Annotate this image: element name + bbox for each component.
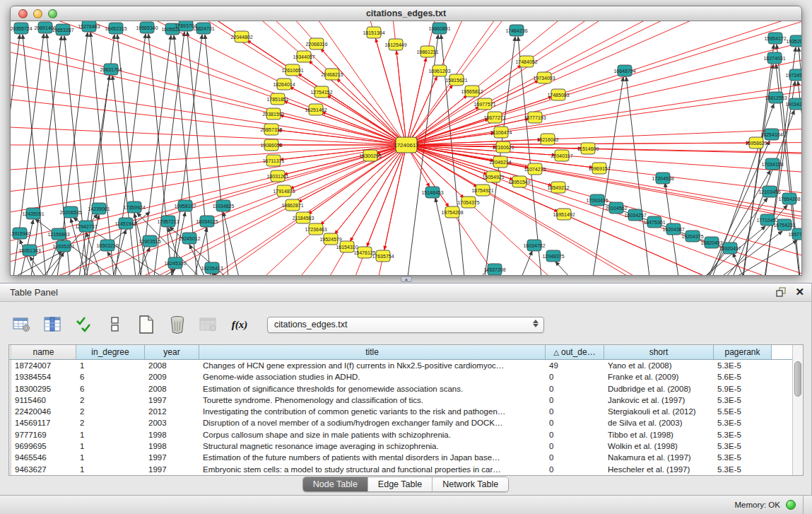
graph-node[interactable]: 21106474 <box>490 127 512 138</box>
minimize-window-button[interactable] <box>33 9 42 18</box>
column-header-in_degree[interactable]: in_degree <box>76 345 145 359</box>
graph-node[interactable]: 18951549 <box>508 176 530 187</box>
graph-node[interactable]: 16251402 <box>305 104 326 115</box>
close-panel-icon[interactable]: ✕ <box>795 286 804 298</box>
graph-node[interactable]: 20631704 <box>100 64 122 75</box>
column-header-out_de[interactable]: △out_de… <box>546 345 604 359</box>
memory-ok-indicator[interactable] <box>786 500 796 510</box>
graph-node[interactable]: 22044802 <box>230 31 252 42</box>
table-row[interactable]: 969969511998Structural magnetic resonanc… <box>9 440 803 452</box>
table-row[interactable]: 1872400712008Changes of HCN gene express… <box>9 360 803 371</box>
graph-node[interactable]: 13915940 <box>11 228 31 239</box>
graph-node[interactable]: 11034825 <box>213 200 235 211</box>
graph-node[interactable]: 12048375 <box>542 250 564 262</box>
float-panel-icon[interactable] <box>776 287 787 297</box>
graph-node[interactable]: 19352034 <box>786 35 802 47</box>
graph-node[interactable]: 16034125 <box>196 216 218 227</box>
graph-node[interactable]: 17485083 <box>547 89 569 100</box>
graph-node[interactable]: 17851851 <box>266 93 288 105</box>
window-titlebar[interactable]: citations_edges.txt <box>10 6 802 21</box>
graph-node[interactable]: 18151304 <box>363 27 384 38</box>
graph-node[interactable]: 19086053 <box>260 139 282 151</box>
graph-node[interactable]: 17054375 <box>457 197 479 208</box>
graph-node[interactable]: 15815621 <box>445 74 467 86</box>
graph-node[interactable]: 11514609 <box>577 143 599 154</box>
graph-node[interactable]: 17484052 <box>515 56 537 67</box>
graph-node[interactable]: 16125449 <box>384 39 406 50</box>
graph-node[interactable]: 19565812 <box>461 86 483 97</box>
graph-node[interactable]: 18245310 <box>164 257 186 269</box>
graph-node[interactable]: 13216042 <box>536 134 558 145</box>
create-column-icon[interactable] <box>136 314 157 335</box>
graph-node[interactable]: 11074275 <box>524 163 546 175</box>
graph-node[interactable]: 19734562 <box>785 69 802 81</box>
graph-node[interactable]: 22040317 <box>551 150 572 161</box>
table-row[interactable]: 911546021997Tourette syndrome. Phenomeno… <box>9 395 803 406</box>
table-row[interactable]: 977716911998Corpus callosum shape and si… <box>9 429 803 440</box>
tab-edge-table[interactable]: Edge Table <box>368 477 433 491</box>
graph-node[interactable]: 20381591 <box>262 108 284 119</box>
graph-node[interactable]: 15958623 <box>745 137 767 148</box>
graph-node[interactable]: 17914875 <box>273 185 295 197</box>
column-header-year[interactable]: year <box>145 345 199 359</box>
column-header-title[interactable]: title <box>199 345 546 359</box>
graph-node[interactable]: 18452315 <box>105 23 126 34</box>
graph-node[interactable]: 19344057 <box>293 51 314 62</box>
unselect-all-columns-icon[interactable] <box>105 314 126 335</box>
graph-node[interactable]: 15954172 <box>764 33 786 44</box>
tab-network-table[interactable]: Network Table <box>433 477 508 491</box>
graph-node[interactable]: 12942737 <box>75 221 97 232</box>
table-row[interactable]: 946554611997Estimation of the future num… <box>9 452 803 463</box>
graph-node[interactable]: 17236463 <box>305 223 326 235</box>
delete-column-icon[interactable] <box>167 314 188 335</box>
show-columns-icon[interactable] <box>42 314 64 335</box>
column-header-short[interactable]: short <box>604 345 714 359</box>
table-row[interactable]: 1456911722003Disruption of a novel membe… <box>9 417 803 428</box>
graph-node[interactable]: 15276483 <box>78 21 100 32</box>
graph-node[interactable]: 18754921 <box>471 185 493 196</box>
graph-node[interactable]: 10958107 <box>174 200 196 211</box>
graph-node[interactable]: 16951492 <box>553 209 575 220</box>
graph-node[interactable]: 11451942 <box>115 218 137 229</box>
graph-node[interactable]: 18031261 <box>266 170 288 182</box>
network-canvas[interactable]: 2206831619344057126106511826401417851851… <box>10 21 802 276</box>
graph-node[interactable]: 16961203 <box>428 65 450 76</box>
graph-node[interactable]: 16034782 <box>523 240 545 251</box>
graph-node[interactable]: 17034158 <box>761 158 783 170</box>
graph-node[interactable]: 15148453 <box>421 187 443 198</box>
table-row[interactable]: 1830029562008Estimation of significance … <box>9 383 803 395</box>
graph-node[interactable]: 17484236 <box>505 25 527 36</box>
graph-node[interactable]: 21184583 <box>293 212 314 223</box>
graph-node[interactable]: 19524579 <box>319 233 341 245</box>
tab-node-table[interactable]: Node Table <box>303 477 368 491</box>
graph-node[interactable]: 15051343 <box>18 245 40 256</box>
table-vertical-scrollbar[interactable] <box>792 345 803 475</box>
graph-hub-node[interactable]: 17240617 <box>394 137 419 153</box>
graph-node[interactable]: 18549212 <box>547 182 569 193</box>
graph-node[interactable]: 16812553 <box>765 92 787 103</box>
table-mode-icon[interactable] <box>11 314 33 335</box>
network-view-window[interactable]: citations_edges.txt 22068316193440571261… <box>10 6 802 276</box>
panel-splitter-handle[interactable]: ▲ <box>401 276 412 282</box>
table-row[interactable]: 946362711997Embryonic stem cells: a mode… <box>9 464 803 475</box>
graph-node[interactable]: 16711371 <box>263 155 285 166</box>
graph-node[interactable]: 15054921 <box>482 171 504 182</box>
function-builder-icon[interactable]: f(x) <box>229 314 250 335</box>
close-window-button[interactable] <box>18 9 28 18</box>
graph-node[interactable]: 19565340 <box>136 22 158 33</box>
graph-node[interactable]: 17654208 <box>778 193 800 204</box>
column-header-pagerank[interactable]: pagerank <box>714 345 772 359</box>
graph-node[interactable]: 10969157 <box>588 163 610 174</box>
select-all-columns-icon[interactable] <box>73 314 95 335</box>
graph-node[interactable]: 17359924 <box>123 201 145 213</box>
graph-node[interactable]: 17204538 <box>652 173 673 184</box>
graph-node[interactable]: 22046214 <box>489 156 511 168</box>
graph-node[interactable]: 19245012 <box>178 233 200 244</box>
column-header-name[interactable]: name <box>11 345 76 359</box>
graph-node[interactable]: 12754152 <box>310 86 332 98</box>
graph-node[interactable]: 22068316 <box>305 38 327 49</box>
graph-node[interactable]: 20206535 <box>59 206 81 218</box>
table-select-dropdown[interactable]: citations_edges.txt <box>267 317 544 333</box>
table-row[interactable]: 2242004622012Investigating the contribut… <box>9 406 803 417</box>
graph-node[interactable]: 16503210 <box>96 240 118 251</box>
